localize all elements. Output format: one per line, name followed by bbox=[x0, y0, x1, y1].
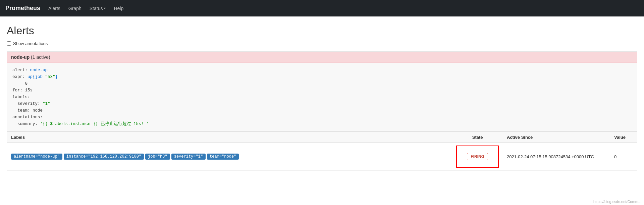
table-cell-state: FIRING bbox=[452, 143, 503, 171]
alert-active-count: (1 active) bbox=[31, 54, 50, 60]
status-dropdown-caret-icon: ▾ bbox=[104, 6, 106, 10]
code-line-1: alert: node-up bbox=[12, 67, 632, 74]
alert-name: node-up bbox=[11, 54, 30, 60]
code-line-9: summary: '{{ $labels.instance }} 已停止运行超过… bbox=[12, 121, 632, 127]
label-badge-instance: instance="192.168.120.202:9100" bbox=[64, 154, 144, 160]
alert-table: Labels State Active Since Value alertnam… bbox=[7, 132, 637, 171]
alert-group-header: node-up (1 active) bbox=[7, 52, 637, 63]
table-cell-labels: alertname="node-up" instance="192.168.12… bbox=[7, 143, 452, 171]
code-line-7: team: node bbox=[12, 107, 632, 114]
alert-group: node-up (1 active) alert: node-up expr: … bbox=[7, 51, 637, 171]
code-line-2: expr: up{job="h3"} bbox=[12, 74, 632, 80]
table-header-row: Labels State Active Since Value bbox=[7, 132, 637, 143]
col-header-state: State bbox=[452, 132, 503, 143]
code-line-8: annotations: bbox=[12, 114, 632, 121]
table-row: alertname="node-up" instance="192.168.12… bbox=[7, 143, 637, 171]
show-annotations-checkbox[interactable] bbox=[7, 41, 11, 46]
label-badge-team: team="node" bbox=[207, 154, 239, 160]
show-annotations-text: Show annotations bbox=[13, 41, 48, 46]
label-badge-alertname: alertname="node-up" bbox=[11, 154, 62, 160]
code-line-6: severity: "1" bbox=[12, 100, 632, 107]
graph-nav-link[interactable]: Graph bbox=[68, 6, 82, 11]
navbar: Prometheus Alerts Graph Status ▾ Help bbox=[0, 0, 644, 16]
code-line-5: labels: bbox=[12, 94, 632, 100]
alerts-nav-link[interactable]: Alerts bbox=[48, 6, 60, 11]
table-cell-value: 0 bbox=[610, 143, 637, 171]
table-cell-active-since: 2021-02-24 07:15:15.908724534 +0000 UTC bbox=[503, 143, 610, 171]
col-header-value: Value bbox=[610, 132, 637, 143]
label-badge-job: job="h3" bbox=[145, 154, 170, 160]
code-line-3: == 0 bbox=[12, 80, 632, 87]
status-nav-label: Status bbox=[90, 6, 103, 11]
col-header-labels: Labels bbox=[7, 132, 452, 143]
firing-badge: FIRING bbox=[467, 153, 488, 160]
col-header-active-since: Active Since bbox=[503, 132, 610, 143]
status-nav-dropdown[interactable]: Status ▾ bbox=[90, 6, 106, 11]
label-badges-container: alertname="node-up" instance="192.168.12… bbox=[11, 154, 448, 160]
navbar-brand[interactable]: Prometheus bbox=[5, 5, 40, 12]
code-line-4: for: 15s bbox=[12, 87, 632, 94]
alert-code-block: alert: node-up expr: up{job="h3"} == 0 f… bbox=[7, 63, 637, 132]
help-nav-link[interactable]: Help bbox=[114, 6, 123, 11]
main-content: Alerts Show annotations node-up (1 activ… bbox=[0, 16, 644, 183]
label-badge-severity: severity="1" bbox=[171, 154, 206, 160]
show-annotations-label[interactable]: Show annotations bbox=[7, 41, 637, 46]
page-title: Alerts bbox=[7, 25, 637, 37]
state-highlight-box: FIRING bbox=[456, 146, 499, 168]
